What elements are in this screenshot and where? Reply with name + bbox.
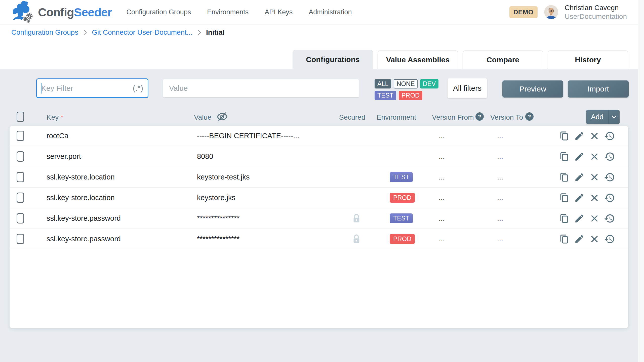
- edit-pencil-icon[interactable]: [574, 234, 585, 245]
- row-actions: [559, 188, 615, 208]
- user-name: Christian Cavegn: [565, 3, 627, 12]
- delete-x-icon[interactable]: [589, 151, 600, 162]
- row-checkbox[interactable]: [17, 234, 24, 244]
- row-checkbox[interactable]: [17, 172, 24, 182]
- text-caret: [41, 83, 42, 94]
- row-version-from: ...: [439, 167, 445, 187]
- history-icon[interactable]: [604, 234, 615, 245]
- row-checkbox[interactable]: [17, 193, 24, 203]
- copy-icon[interactable]: [559, 151, 570, 162]
- table-row: ssl.key-store.password *************** P…: [10, 229, 628, 249]
- main-nav: Configuration Groups Environments API Ke…: [127, 8, 352, 16]
- delete-x-icon[interactable]: [589, 234, 600, 245]
- row-checkbox[interactable]: [17, 151, 24, 162]
- environment-badge: PROD: [390, 234, 415, 244]
- delete-x-icon[interactable]: [589, 192, 600, 203]
- row-key: server.port: [47, 146, 81, 167]
- eye-slash-icon[interactable]: [216, 112, 228, 123]
- tab-history[interactable]: History: [548, 51, 628, 69]
- copy-icon[interactable]: [559, 172, 570, 183]
- add-dropdown-toggle[interactable]: [608, 110, 620, 124]
- environment-badge: TEST: [390, 172, 413, 182]
- nav-item-configuration-groups[interactable]: Configuration Groups: [127, 8, 191, 16]
- breadcrumb-configuration-group[interactable]: Git Connector User-Document...: [92, 28, 192, 36]
- row-key: ssl.key-store.password: [47, 229, 121, 249]
- row-checkbox[interactable]: [17, 213, 24, 223]
- edit-pencil-icon[interactable]: [574, 192, 585, 203]
- configurations-table: rootCa -----BEGIN CERTIFICATE-----... ..…: [10, 126, 628, 328]
- brand-wordmark: ConfigSeeder: [38, 5, 112, 19]
- copy-icon[interactable]: [559, 130, 570, 142]
- breadcrumb: Configuration Groups Git Connector User-…: [0, 24, 638, 40]
- chevron-right-icon: [196, 29, 202, 36]
- row-version-to: ...: [497, 146, 503, 167]
- edit-pencil-icon[interactable]: [574, 151, 585, 162]
- tab-value-assemblies[interactable]: Value Assemblies: [378, 51, 458, 69]
- delete-x-icon[interactable]: [589, 130, 600, 142]
- table-row: ssl.key-store.password *************** T…: [10, 208, 628, 229]
- import-button[interactable]: Import: [568, 80, 629, 98]
- tab-compare[interactable]: Compare: [463, 51, 543, 69]
- select-all-checkbox[interactable]: [17, 112, 24, 122]
- row-checkbox[interactable]: [17, 131, 24, 141]
- row-version-from: ...: [439, 146, 445, 167]
- history-icon[interactable]: [604, 172, 615, 183]
- row-value: -----BEGIN CERTIFICATE-----...: [197, 126, 299, 146]
- edit-pencil-icon[interactable]: [574, 172, 585, 183]
- version-from-help-icon[interactable]: ?: [475, 112, 484, 121]
- nav-item-api-keys[interactable]: API Keys: [265, 8, 293, 16]
- page-scrollbar[interactable]: [638, 0, 644, 362]
- tab-configurations[interactable]: Configurations: [293, 50, 373, 69]
- key-filter-input[interactable]: [37, 84, 133, 93]
- breadcrumb-configuration-groups[interactable]: Configuration Groups: [11, 28, 78, 36]
- add-button-label[interactable]: Add: [586, 110, 608, 124]
- chip-prod[interactable]: PROD: [399, 91, 422, 100]
- row-version-to: ...: [497, 188, 503, 208]
- table-body: rootCa -----BEGIN CERTIFICATE-----... ..…: [10, 126, 628, 249]
- history-icon[interactable]: [604, 192, 615, 203]
- delete-x-icon[interactable]: [589, 172, 600, 183]
- chevron-down-icon: [611, 115, 617, 119]
- user-avatar[interactable]: [544, 5, 558, 19]
- edit-pencil-icon[interactable]: [574, 213, 585, 224]
- value-filter-input[interactable]: [163, 84, 359, 93]
- user-info[interactable]: Christian Cavegn UserDocumentation: [565, 3, 627, 21]
- required-marker: *: [61, 113, 63, 121]
- copy-icon[interactable]: [559, 192, 570, 203]
- configseeder-app: ConfigSeeder Configuration Groups Enviro…: [0, 0, 644, 362]
- row-version-from: ...: [439, 188, 445, 208]
- environment-filter-chips: ALL NONE DEV TEST PROD: [375, 79, 438, 102]
- row-actions: [559, 146, 615, 167]
- chip-test[interactable]: TEST: [375, 91, 396, 100]
- nav-item-environments[interactable]: Environments: [207, 8, 249, 16]
- row-version-to: ...: [497, 167, 503, 187]
- delete-x-icon[interactable]: [589, 213, 600, 224]
- edit-pencil-icon[interactable]: [574, 130, 585, 142]
- table-row: ssl.key-store.location keystore-test.jks…: [10, 167, 628, 188]
- all-filters-button[interactable]: All filters: [448, 78, 487, 98]
- top-right-area: DEMO Christian Cavegn: [509, 3, 627, 21]
- history-icon[interactable]: [604, 151, 615, 162]
- chip-all[interactable]: ALL: [375, 79, 391, 88]
- preview-button[interactable]: Preview: [502, 80, 563, 98]
- row-actions: [559, 208, 615, 229]
- history-icon[interactable]: [604, 130, 615, 142]
- row-version-from: ...: [439, 208, 445, 229]
- app-logo[interactable]: ConfigSeeder: [11, 1, 112, 24]
- row-version-from: ...: [439, 126, 445, 146]
- version-to-help-icon[interactable]: ?: [525, 112, 534, 121]
- nav-item-administration[interactable]: Administration: [309, 8, 352, 16]
- logo-mascot-icon: [11, 1, 35, 24]
- copy-icon[interactable]: [559, 213, 570, 224]
- top-bar: ConfigSeeder Configuration Groups Enviro…: [0, 0, 638, 24]
- environment-badge: PROD: [390, 193, 415, 203]
- add-button[interactable]: Add: [586, 110, 620, 124]
- row-actions: [559, 229, 615, 249]
- chip-none[interactable]: NONE: [394, 79, 417, 88]
- row-version-from: ...: [439, 229, 445, 249]
- copy-icon[interactable]: [559, 234, 570, 245]
- history-icon[interactable]: [604, 213, 615, 224]
- chip-dev[interactable]: DEV: [420, 79, 438, 88]
- row-value: keystore-test.jks: [197, 167, 250, 187]
- table-row: server.port 8080 ... ...: [10, 146, 628, 167]
